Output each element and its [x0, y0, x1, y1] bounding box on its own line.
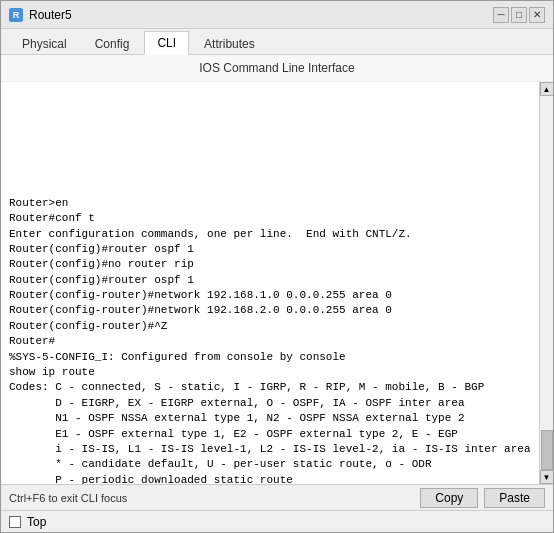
- bottom-bar: Ctrl+F6 to exit CLI focus Copy Paste: [1, 484, 553, 510]
- tab-cli[interactable]: CLI: [144, 31, 189, 55]
- top-checkbox[interactable]: [9, 516, 21, 528]
- cli-hint: Ctrl+F6 to exit CLI focus: [9, 492, 127, 504]
- content-area: IOS Command Line Interface Router>en Rou…: [1, 55, 553, 510]
- scrollbar-down-button[interactable]: ▼: [540, 470, 554, 484]
- scrollbar-up-button[interactable]: ▲: [540, 82, 554, 96]
- scrollbar-track[interactable]: ▲ ▼: [539, 82, 553, 484]
- copy-button[interactable]: Copy: [420, 488, 478, 508]
- title-bar-left: R Router5: [9, 8, 72, 22]
- terminal[interactable]: Router>en Router#conf t Enter configurat…: [1, 82, 539, 484]
- scrollbar-thumb-area: [540, 96, 553, 470]
- router-window: R Router5 ─ □ ✕ Physical Config CLI Attr…: [0, 0, 554, 533]
- terminal-wrapper: Router>en Router#conf t Enter configurat…: [1, 82, 553, 484]
- tab-attributes[interactable]: Attributes: [191, 32, 268, 55]
- maximize-button[interactable]: □: [511, 7, 527, 23]
- title-controls: ─ □ ✕: [493, 7, 545, 23]
- router-icon: R: [9, 8, 23, 22]
- top-label: Top: [27, 515, 46, 529]
- tab-config[interactable]: Config: [82, 32, 143, 55]
- close-button[interactable]: ✕: [529, 7, 545, 23]
- footer-bar: Top: [1, 510, 553, 532]
- minimize-button[interactable]: ─: [493, 7, 509, 23]
- tab-bar: Physical Config CLI Attributes: [1, 29, 553, 55]
- section-title: IOS Command Line Interface: [1, 55, 553, 82]
- bottom-buttons: Copy Paste: [420, 488, 545, 508]
- paste-button[interactable]: Paste: [484, 488, 545, 508]
- title-bar: R Router5 ─ □ ✕: [1, 1, 553, 29]
- scrollbar-thumb[interactable]: [541, 430, 553, 470]
- tab-physical[interactable]: Physical: [9, 32, 80, 55]
- window-title: Router5: [29, 8, 72, 22]
